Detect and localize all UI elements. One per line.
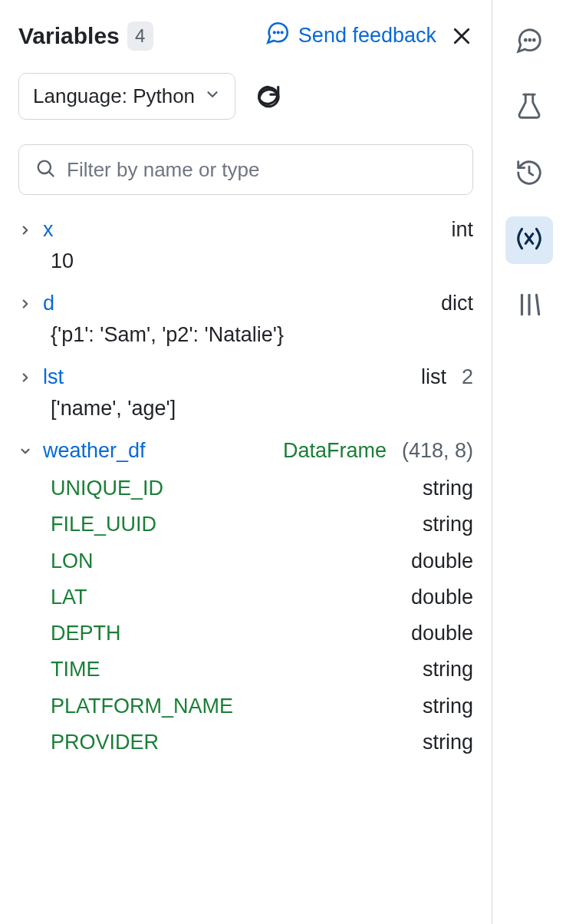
variable-item: lst list 2 ['name', 'age'] [18, 365, 473, 421]
column-name: TIME [51, 652, 100, 688]
variable-header[interactable]: x int [18, 218, 473, 242]
side-comment-button[interactable] [505, 18, 553, 66]
column-name: LON [51, 543, 94, 579]
variable-header[interactable]: weather_df DataFrame (418, 8) [18, 439, 473, 463]
search-icon [35, 157, 56, 182]
send-feedback-link[interactable]: Send feedback [265, 20, 436, 51]
chevron-right-icon [18, 223, 35, 237]
variable-value: {'p1': 'Sam', 'p2': 'Natalie'} [51, 323, 473, 347]
side-variables-button[interactable] [505, 216, 553, 264]
filter-box[interactable] [18, 144, 473, 195]
column-row[interactable]: PLATFORM_NAME string [51, 688, 473, 724]
refresh-button[interactable] [251, 79, 286, 114]
column-type: double [411, 615, 473, 652]
side-beaker-button[interactable] [505, 84, 553, 132]
toolbar: Language: Python [18, 73, 473, 120]
svg-line-6 [49, 172, 54, 177]
column-name: LAT [51, 579, 87, 615]
column-type: string [423, 470, 473, 507]
svg-point-0 [274, 31, 275, 33]
column-name: PROVIDER [51, 724, 159, 761]
chevron-down-icon [204, 84, 221, 108]
feedback-label: Send feedback [298, 24, 436, 48]
side-columns-button[interactable] [505, 282, 553, 330]
column-row[interactable]: TIME string [51, 652, 473, 688]
column-row[interactable]: LON double [51, 543, 473, 579]
variable-header[interactable]: lst list 2 [18, 365, 473, 389]
variables-icon [515, 224, 544, 256]
chevron-right-icon [18, 371, 35, 384]
language-label: Language: Python [33, 84, 195, 108]
variable-kind: DataFrame [283, 439, 387, 463]
column-row[interactable]: FILE_UUID string [51, 507, 473, 543]
language-select[interactable]: Language: Python [18, 73, 235, 120]
column-type: string [423, 507, 473, 543]
variable-name: d [43, 292, 54, 315]
variables-panel: Variables 4 Send feedback [0, 0, 492, 924]
column-name: PLATFORM_NAME [51, 688, 233, 724]
column-type: string [423, 688, 473, 724]
variable-item: x int 10 [18, 218, 473, 273]
column-type: double [411, 543, 473, 579]
variable-list: x int 10 d dict {'p1': 'Sam', 'p2': 'Nat… [18, 218, 473, 924]
variable-type: int [451, 218, 473, 242]
variable-value: 10 [51, 249, 473, 273]
column-name: DEPTH [51, 615, 121, 652]
column-type: string [423, 724, 473, 761]
column-row[interactable]: PROVIDER string [51, 724, 473, 761]
column-type: string [423, 652, 473, 688]
side-toolbar [492, 0, 566, 924]
close-button[interactable] [450, 25, 473, 48]
header-actions: Send feedback [265, 20, 473, 51]
column-row[interactable]: DEPTH double [51, 615, 473, 652]
beaker-icon [515, 92, 544, 124]
comment-dots-icon [265, 20, 291, 51]
variable-type: dict [441, 292, 473, 315]
dataframe-columns: UNIQUE_ID string FILE_UUID string LON do… [51, 470, 473, 761]
variable-item: d dict {'p1': 'Sam', 'p2': 'Natalie'} [18, 292, 473, 347]
svg-point-1 [278, 31, 279, 33]
chevron-down-icon [18, 444, 35, 458]
columns-icon [515, 290, 544, 322]
variable-count-badge: 4 [127, 21, 153, 51]
svg-point-8 [529, 39, 531, 41]
side-history-button[interactable] [505, 150, 553, 198]
variable-item: weather_df DataFrame (418, 8) UNIQUE_ID … [18, 439, 473, 761]
variable-value: ['name', 'age'] [51, 397, 473, 421]
panel-title: Variables [18, 23, 120, 49]
panel-header: Variables 4 Send feedback [18, 20, 473, 51]
column-name: UNIQUE_ID [51, 470, 163, 507]
svg-point-7 [525, 39, 526, 41]
svg-point-9 [533, 39, 535, 41]
svg-line-15 [537, 295, 539, 314]
column-name: FILE_UUID [51, 507, 156, 543]
variable-name: x [43, 218, 54, 242]
variable-header[interactable]: d dict [18, 292, 473, 315]
title-group: Variables 4 [18, 21, 153, 51]
history-icon [515, 158, 544, 190]
column-row[interactable]: LAT double [51, 579, 473, 615]
variable-meta: 2 [462, 365, 473, 389]
column-row[interactable]: UNIQUE_ID string [51, 470, 473, 507]
filter-input[interactable] [67, 158, 457, 182]
comment-icon [515, 26, 544, 58]
column-type: double [411, 579, 473, 615]
variable-type: list [421, 365, 446, 389]
variable-name: weather_df [43, 439, 146, 463]
variable-name: lst [43, 365, 64, 389]
variable-meta: (418, 8) [402, 439, 473, 463]
svg-point-2 [281, 31, 283, 33]
chevron-right-icon [18, 297, 35, 311]
